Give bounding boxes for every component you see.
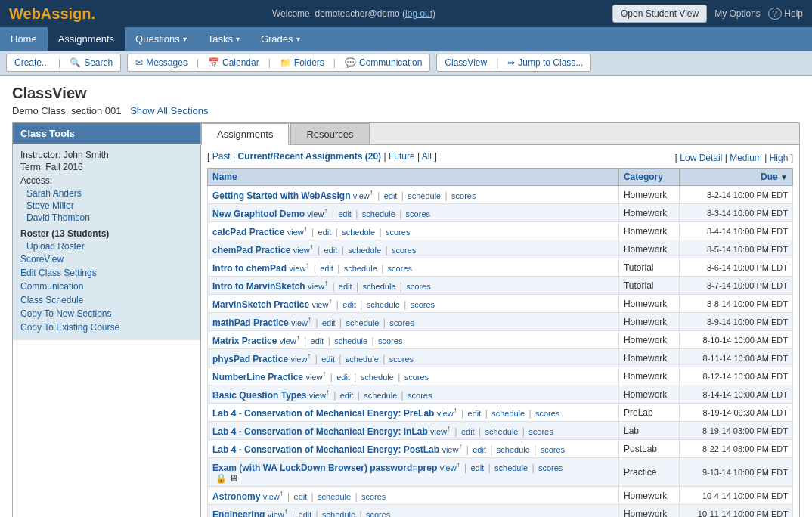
view-link[interactable]: view [291, 318, 308, 327]
messages-button[interactable]: ✉ Messages [128, 54, 195, 71]
edit-link[interactable]: edit [311, 336, 324, 345]
edit-link[interactable]: edit [339, 282, 352, 291]
assignment-name-link[interactable]: calcPad Practice [212, 227, 284, 237]
scores-link[interactable]: scores [406, 282, 430, 291]
classview-button[interactable]: ClassView [437, 54, 494, 71]
schedule-link[interactable]: schedule [348, 246, 381, 255]
view-link[interactable]: view [311, 300, 328, 309]
access-user-3[interactable]: David Thomson [20, 212, 193, 224]
nav-assignments[interactable]: Assignments [48, 27, 125, 51]
edit-link[interactable]: edit [324, 246, 338, 255]
assignment-name-link[interactable]: Basic Question Types [212, 390, 306, 401]
edit-link[interactable]: edit [318, 228, 332, 237]
edit-link[interactable]: edit [384, 191, 398, 200]
assignment-name-link[interactable]: Engineering [212, 509, 265, 517]
tab-assignments[interactable]: Assignments [201, 123, 289, 145]
communication-button[interactable]: 💬 Communication [337, 54, 429, 71]
filter-future[interactable]: Future [389, 151, 415, 162]
show-all-sections-link[interactable]: Show All Sections [130, 105, 208, 116]
view-link[interactable]: view [430, 427, 447, 436]
scores-link[interactable]: scores [388, 264, 412, 273]
edit-link[interactable]: edit [336, 373, 350, 382]
view-link[interactable]: view [280, 336, 296, 345]
assignment-name-link[interactable]: Lab 4 - Conservation of Mechanical Energ… [212, 426, 428, 437]
open-student-view-button[interactable]: Open Student View [612, 5, 707, 23]
view-link[interactable]: view [287, 228, 304, 237]
assignment-name-link[interactable]: Intro to MarvinSketch [212, 281, 305, 292]
col-name[interactable]: Name [208, 169, 619, 186]
scores-link[interactable]: scores [541, 445, 565, 454]
edit-link[interactable]: edit [321, 354, 335, 364]
view-link[interactable]: view [290, 354, 307, 364]
communication-link[interactable]: Communication [20, 280, 193, 293]
view-link[interactable]: view [263, 492, 280, 501]
schedule-link[interactable]: schedule [362, 209, 395, 218]
tab-resources[interactable]: Resources [290, 123, 369, 144]
view-link[interactable]: view [308, 282, 324, 291]
filter-all[interactable]: All [422, 151, 432, 162]
edit-link[interactable]: edit [320, 264, 333, 273]
schedule-link[interactable]: schedule [322, 510, 355, 517]
schedule-link[interactable]: schedule [364, 391, 397, 400]
edit-class-settings-link[interactable]: Edit Class Settings [20, 266, 193, 280]
filter-past[interactable]: Past [212, 151, 231, 162]
upload-roster-link[interactable]: Upload Roster [20, 240, 193, 252]
search-button[interactable]: 🔍 Search [62, 54, 120, 71]
folders-button[interactable]: 📁 Folders [272, 54, 332, 71]
view-link[interactable]: view [353, 191, 370, 200]
scores-link[interactable]: scores [451, 191, 476, 200]
schedule-link[interactable]: schedule [346, 354, 379, 364]
schedule-link[interactable]: schedule [346, 318, 379, 327]
schedule-link[interactable]: schedule [485, 427, 518, 436]
assignment-name-link[interactable]: New Graphtool Demo [212, 209, 305, 219]
view-link[interactable]: view [440, 463, 457, 472]
schedule-link[interactable]: schedule [361, 373, 394, 382]
assignment-name-link[interactable]: mathPad Practice [212, 317, 289, 328]
assignment-name-link[interactable]: Lab 4 - Conservation of Mechanical Energ… [212, 408, 434, 419]
assignment-name-link[interactable]: Lab 4 - Conservation of Mechanical Energ… [212, 444, 439, 455]
nav-home[interactable]: Home [0, 27, 48, 51]
scores-link[interactable]: scores [392, 246, 416, 255]
edit-link[interactable]: edit [322, 318, 336, 327]
scores-link[interactable]: scores [535, 409, 559, 418]
edit-link[interactable]: edit [340, 391, 354, 400]
edit-link[interactable]: edit [468, 409, 482, 418]
view-link[interactable]: view [442, 445, 458, 454]
class-schedule-link[interactable]: Class Schedule [20, 293, 193, 307]
schedule-link[interactable]: schedule [362, 282, 395, 291]
schedule-link[interactable]: schedule [334, 336, 367, 345]
edit-link[interactable]: edit [461, 427, 475, 436]
view-link[interactable]: view [437, 409, 454, 418]
scores-link[interactable]: scores [406, 209, 430, 218]
create-button[interactable]: Create... [7, 54, 57, 71]
nav-tasks[interactable]: Tasks [197, 27, 250, 51]
schedule-link[interactable]: schedule [344, 264, 377, 273]
assignment-name-link[interactable]: Exam (with WA LockDown Browser) password… [212, 463, 437, 473]
calendar-button[interactable]: 📅 Calendar [200, 54, 267, 71]
view-link[interactable]: view [289, 264, 305, 273]
assignment-name-link[interactable]: chemPad Practice [212, 245, 290, 255]
assignment-name-link[interactable]: physPad Practice [212, 354, 288, 364]
scores-link[interactable]: scores [411, 300, 435, 309]
schedule-link[interactable]: schedule [494, 463, 528, 472]
nav-grades[interactable]: Grades [250, 27, 311, 51]
edit-link[interactable]: edit [473, 445, 486, 454]
schedule-link[interactable]: schedule [318, 492, 351, 501]
scores-link[interactable]: scores [404, 373, 429, 382]
edit-link[interactable]: edit [338, 209, 352, 218]
scores-link[interactable]: scores [366, 510, 390, 517]
scores-link[interactable]: scores [528, 427, 553, 436]
logout-link[interactable]: log out [405, 8, 432, 19]
detail-high[interactable]: High [770, 153, 789, 163]
schedule-link[interactable]: schedule [497, 445, 530, 454]
view-link[interactable]: view [293, 246, 310, 255]
help-button[interactable]: ? Help [768, 8, 803, 19]
assignment-name-link[interactable]: Astronomy [212, 491, 260, 502]
detail-medium[interactable]: Medium [730, 153, 762, 163]
edit-link[interactable]: edit [294, 492, 308, 501]
assignment-name-link[interactable]: MarvinSketch Practice [212, 299, 309, 310]
assignment-name-link[interactable]: Intro to chemPad [212, 263, 287, 274]
scores-link[interactable]: scores [538, 463, 563, 472]
filter-current[interactable]: Current/Recent Assignments (20) [237, 151, 381, 162]
view-link[interactable]: view [268, 510, 284, 517]
